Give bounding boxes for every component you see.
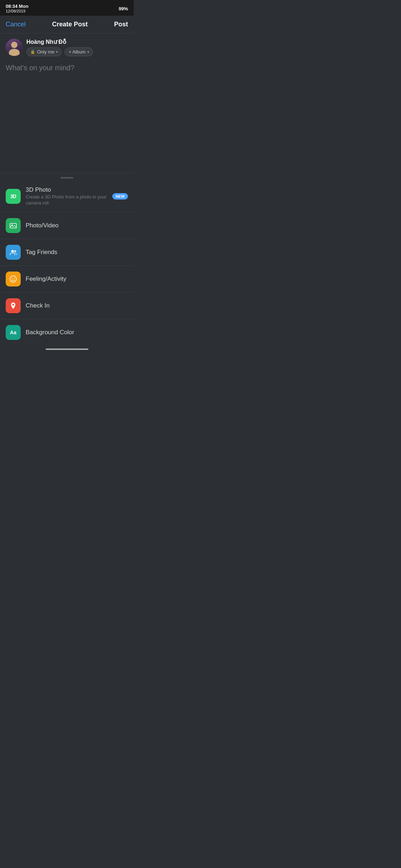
icon-feeling-activity [6,272,21,286]
menu-subtitle-3d-photo: Create a 3D Photo from a photo in your c… [26,194,112,206]
photo-video-svg [9,222,17,229]
sheet-handle [61,177,73,179]
album-chevron: ▾ [87,50,89,54]
menu-content-feeling: Feeling/Activity [26,275,128,283]
user-meta: Hoàng Như Đỗ 🔒 Only me ▾ + Album ▾ [26,38,93,56]
nav-title: Create Post [52,21,88,28]
icon-photo-video [6,218,21,233]
menu-title-3d-photo: 3D Photo [26,186,112,193]
status-bar: 08:34 Mon 12/08/2019 99% [0,0,134,16]
menu-title-photo-video: Photo/Video [26,222,128,229]
privacy-chevron: ▾ [56,50,58,54]
svg-rect-0 [10,223,16,228]
sheet-handle-area [0,173,134,181]
menu-item-3d-photo[interactable]: 3D 3D Photo Create a 3D Photo from a pho… [0,181,134,212]
icon-tag-friends [6,245,21,260]
menu-content-background-color: Background Color [26,329,128,336]
menu-content-checkin: Check In [26,302,128,309]
menu-title-background-color: Background Color [26,329,128,336]
home-indicator [0,346,134,353]
checkin-svg [9,302,17,310]
tag-friends-svg [9,248,17,256]
menu-item-tag-friends[interactable]: Tag Friends [0,239,134,266]
album-button[interactable]: + Album ▾ [65,47,93,56]
user-controls: 🔒 Only me ▾ + Album ▾ [26,47,93,56]
compose-area: Hoàng Như Đỗ 🔒 Only me ▾ + Album ▾ What'… [0,33,134,173]
svg-point-2 [11,250,14,252]
avatar-image [6,39,23,56]
status-date: 12/08/2019 [6,9,29,14]
menu-item-feeling[interactable]: Feeling/Activity [0,266,134,293]
menu-item-photo-video[interactable]: Photo/Video [0,212,134,239]
menu-title-feeling: Feeling/Activity [26,275,128,283]
menu-item-checkin[interactable]: Check In [0,293,134,319]
cancel-button[interactable]: Cancel [6,21,26,28]
svg-point-6 [12,278,12,279]
album-label: + Album [68,49,85,55]
menu-title-checkin: Check In [26,302,128,309]
post-button[interactable]: Post [114,21,128,28]
nav-bar: Cancel Create Post Post [0,16,134,33]
avatar-body [9,49,20,56]
avatar-head [11,42,17,48]
menu-content-3d-photo: 3D Photo Create a 3D Photo from a photo … [26,186,112,206]
menu-title-tag-friends: Tag Friends [26,249,128,256]
post-text-input[interactable]: What's on your mind? [6,61,128,168]
privacy-label: Only me [37,49,54,55]
privacy-button[interactable]: 🔒 Only me ▾ [26,47,62,56]
icon-3d-photo: 3D [6,189,21,204]
menu-content-tag-friends: Tag Friends [26,249,128,256]
home-bar [46,348,88,350]
menu-item-background-color[interactable]: Aa Background Color [0,319,134,346]
svg-point-8 [12,304,14,305]
post-placeholder: What's on your mind? [6,64,74,72]
feeling-svg [9,275,17,283]
icon-check-in [6,298,21,313]
svg-point-5 [10,276,16,282]
status-time-block: 08:34 Mon 12/08/2019 [6,4,29,14]
bottom-menu: 3D 3D Photo Create a 3D Photo from a pho… [0,181,134,346]
icon-background-color: Aa [6,325,21,340]
svg-point-7 [14,278,15,279]
user-name: Hoàng Như Đỗ [26,38,93,45]
lock-icon: 🔒 [30,50,35,54]
menu-content-photo-video: Photo/Video [26,222,128,229]
avatar [6,39,23,56]
new-badge-3d-photo: NEW [112,193,128,200]
status-battery: 99% [119,6,128,11]
status-time: 08:34 Mon [6,4,29,9]
user-info-row: Hoàng Như Đỗ 🔒 Only me ▾ + Album ▾ [6,38,128,56]
